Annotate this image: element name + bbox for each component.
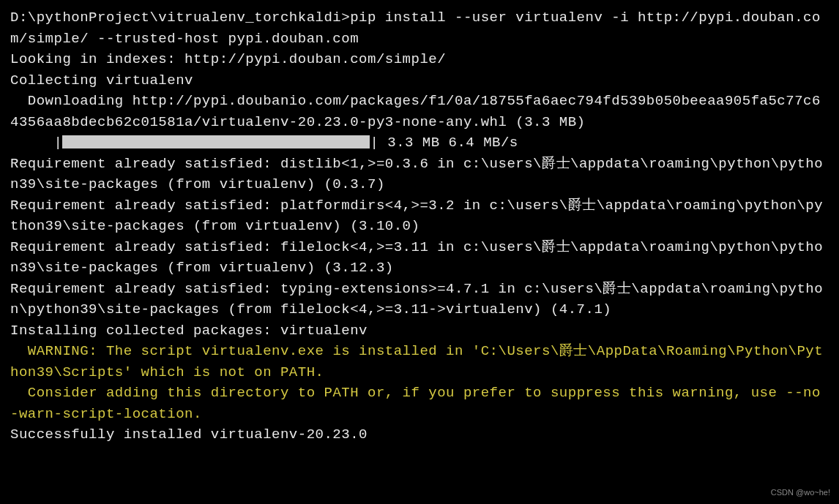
requirement-satisfied-2: Requirement already satisfied: platformd…	[10, 195, 829, 237]
progress-bar-fill	[62, 135, 370, 148]
progress-suffix: | 3.3 MB 6.4 MB/s	[370, 135, 518, 151]
looking-indexes-line: Looking in indexes: http://pypi.douban.c…	[10, 49, 829, 70]
warning-line-2: Consider adding this directory to PATH o…	[10, 383, 829, 424]
success-line: Successfully installed virtualenv-20.23.…	[10, 424, 829, 445]
installing-line: Installing collected packages: virtualen…	[10, 320, 829, 342]
prompt-command-line: D:\pythonProject\vitrualenv_torchkaldi>p…	[10, 7, 829, 49]
collecting-line: Collecting virtualenv	[10, 70, 829, 91]
progress-bar-line: || 3.3 MB 6.4 MB/s	[10, 132, 829, 154]
requirement-satisfied-4: Requirement already satisfied: typing-ex…	[10, 279, 829, 320]
requirement-satisfied-1: Requirement already satisfied: distlib<1…	[10, 154, 829, 195]
progress-prefix: |	[10, 135, 62, 151]
watermark-text: CSDN @wo~he!	[771, 486, 830, 499]
warning-line-1: WARNING: The script virtualenv.exe is in…	[10, 341, 829, 383]
requirement-satisfied-3: Requirement already satisfied: filelock<…	[10, 237, 829, 279]
downloading-line: Downloading http://pypi.doubanio.com/pac…	[10, 91, 829, 132]
